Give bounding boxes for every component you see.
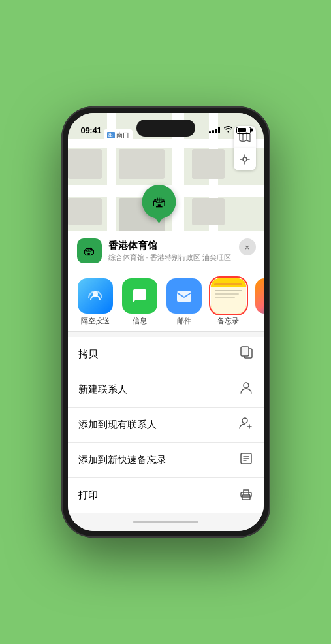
share-app-messages[interactable]: 信息 <box>118 278 162 326</box>
share-apps-row: 隔空投送 信息 <box>68 270 264 332</box>
action-print[interactable]: 打印 <box>68 478 264 513</box>
notes-icon <box>211 278 246 314</box>
map-block <box>119 149 165 179</box>
location-pin: 🏟 香港体育馆 <box>138 185 180 231</box>
new-contact-label: 新建联系人 <box>78 383 127 396</box>
action-list: 拷贝 新建联系人 <box>68 337 264 513</box>
svg-rect-4 <box>241 347 249 356</box>
close-button[interactable]: × <box>239 238 256 255</box>
location-header: 🏟 香港体育馆 综合体育馆 · 香港特别行政区 油尖旺区 × <box>68 231 264 270</box>
add-existing-label: 添加到现有联系人 <box>78 419 157 431</box>
airdrop-icon <box>78 278 113 314</box>
map-block <box>192 149 225 179</box>
svg-point-10 <box>249 494 250 496</box>
mail-icon <box>166 278 202 314</box>
copy-icon <box>239 346 253 363</box>
action-add-notes[interactable]: 添加到新快速备忘录 <box>68 443 264 478</box>
svg-point-5 <box>244 383 249 388</box>
copy-label: 拷贝 <box>78 348 98 361</box>
pin-circle: 🏟 <box>142 185 176 219</box>
phone-screen: 09:41 <box>68 113 264 531</box>
wifi-icon <box>223 125 233 135</box>
mail-label: 邮件 <box>177 317 191 326</box>
more-icon <box>255 278 264 314</box>
add-notes-label: 添加到新快速备忘录 <box>78 454 166 466</box>
home-indicator <box>68 513 264 531</box>
messages-label: 信息 <box>133 317 147 326</box>
phone-frame: 09:41 <box>61 106 270 538</box>
notes-label: 备忘录 <box>217 317 239 326</box>
bottom-sheet: 🏟 香港体育馆 综合体育馆 · 香港特别行政区 油尖旺区 × <box>68 231 264 531</box>
messages-icon <box>122 278 157 314</box>
dynamic-island <box>136 120 195 137</box>
share-app-more[interactable]: 推 <box>251 278 264 326</box>
svg-point-6 <box>242 418 247 423</box>
note-icon <box>239 451 253 469</box>
map-block <box>68 149 102 179</box>
action-new-contact[interactable]: 新建联系人 <box>68 372 264 408</box>
status-time: 09:41 <box>81 125 102 135</box>
location-icon: 🏟 <box>77 238 102 263</box>
battery-icon <box>236 127 251 134</box>
location-button[interactable] <box>234 148 256 170</box>
action-add-existing[interactable]: 添加到现有联系人 <box>68 408 264 443</box>
person-add-icon <box>239 416 253 434</box>
share-app-airdrop[interactable]: 隔空投送 <box>73 278 118 326</box>
location-name: 香港体育馆 <box>108 240 255 252</box>
person-icon <box>239 381 253 398</box>
signal-icon <box>209 127 220 133</box>
airdrop-label: 隔空投送 <box>81 317 110 326</box>
printer-icon <box>239 487 253 504</box>
location-subtitle: 综合体育馆 · 香港特别行政区 油尖旺区 <box>108 253 255 263</box>
location-info: 香港体育馆 综合体育馆 · 香港特别行政区 油尖旺区 <box>108 240 255 263</box>
status-icons <box>209 125 251 135</box>
print-label: 打印 <box>78 489 98 502</box>
map-block <box>192 198 225 225</box>
stadium-icon: 🏟 <box>152 193 166 210</box>
svg-point-0 <box>243 157 247 161</box>
home-bar <box>133 521 198 523</box>
map-block <box>68 198 102 225</box>
action-copy[interactable]: 拷贝 <box>68 337 264 372</box>
svg-rect-2 <box>177 291 191 302</box>
share-app-mail[interactable]: 邮件 <box>162 278 206 326</box>
share-app-notes[interactable]: 备忘录 <box>206 278 251 326</box>
